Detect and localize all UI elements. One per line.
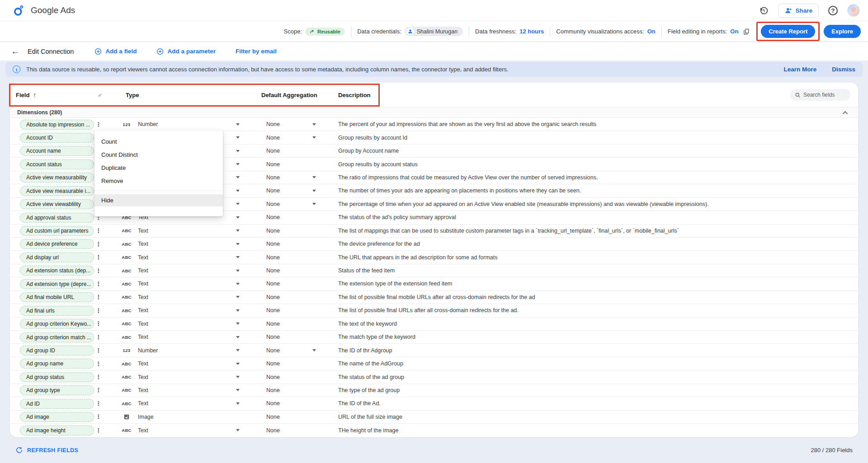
version-history-icon[interactable] [759,6,769,15]
field-pill[interactable]: Ad image height [20,426,94,435]
kebab-menu-icon[interactable]: ⋮ [96,424,101,437]
type-dropdown-caret-icon[interactable] [236,158,240,170]
context-menu-item[interactable]: Remove [94,174,223,187]
field-pill[interactable]: Ad group name [20,359,94,369]
kebab-menu-icon[interactable]: ⋮ [96,411,101,423]
kebab-menu-icon[interactable]: ⋮ [96,384,101,397]
field-pill[interactable]: Account ID [20,133,94,143]
type-column-header[interactable]: Type [126,83,139,107]
field-pill[interactable]: Ad group status [20,372,94,382]
field-pill[interactable]: Ad image [20,412,94,422]
type-dropdown-caret-icon[interactable] [236,370,240,383]
field-pill[interactable]: Ad display url [20,253,94,262]
aggregation-dropdown-caret-icon[interactable] [312,171,316,184]
avatar[interactable] [847,4,860,17]
help-icon[interactable]: ? [828,6,838,15]
aggregation-dropdown-caret-icon[interactable] [312,131,316,144]
type-dropdown-caret-icon[interactable] [236,304,240,317]
type-dropdown-caret-icon[interactable] [236,424,240,437]
freshness-value[interactable]: 12 hours [519,28,544,35]
field-pill[interactable]: Account status [20,159,94,169]
filter-by-email-button[interactable]: Filter by email [236,48,277,55]
field-pill[interactable]: Ad final urls [20,306,94,316]
description-column-header[interactable]: Description [338,83,371,107]
type-dropdown-caret-icon[interactable] [236,131,240,144]
kebab-menu-icon[interactable]: ⋮ [96,397,101,410]
kebab-menu-icon[interactable]: ⋮ [96,238,101,250]
field-column-header[interactable]: Field [16,92,29,98]
aggregation-dropdown-caret-icon[interactable] [312,198,316,210]
aggregation-dropdown-caret-icon[interactable] [312,118,316,131]
kebab-menu-icon[interactable]: ⋮ [96,304,101,317]
type-dropdown-caret-icon[interactable] [236,344,240,356]
type-dropdown-caret-icon[interactable] [236,357,240,370]
refresh-fields-button[interactable]: REFRESH FIELDS [15,446,78,454]
sort-ascending-icon[interactable]: ↑ [33,91,36,98]
type-dropdown-caret-icon[interactable] [236,145,240,157]
field-pill[interactable]: Ad group ID [20,346,94,355]
type-dropdown-caret-icon[interactable] [236,251,240,263]
type-dropdown-caret-icon[interactable] [236,224,240,237]
kebab-menu-icon[interactable]: ⋮ [96,331,101,343]
kebab-menu-icon[interactable]: ⋮ [96,291,101,304]
kebab-menu-icon[interactable]: ⋮ [96,344,101,356]
field-pill[interactable]: Ad group type [20,385,94,395]
aggregation-dropdown-caret-icon[interactable] [312,184,316,197]
field-pill[interactable]: Ad group criterion match ... [20,332,94,342]
context-menu-item[interactable]: Count Distinct [94,148,223,161]
type-dropdown-caret-icon[interactable] [236,384,240,397]
search-fields-input[interactable] [803,92,846,98]
type-dropdown-caret-icon[interactable] [236,318,240,330]
field-pill[interactable]: Ad approval status [20,213,94,223]
kebab-menu-icon[interactable]: ⋮ [96,370,101,383]
type-dropdown-caret-icon[interactable] [236,211,240,224]
create-report-button[interactable]: Create Report [761,25,815,38]
field-pill[interactable]: Ad device preference [20,239,94,249]
kebab-menu-icon[interactable]: ⋮ [96,277,101,290]
context-menu-item[interactable]: Duplicate [94,161,223,174]
type-dropdown-caret-icon[interactable] [236,118,240,131]
type-dropdown-caret-icon[interactable] [236,184,240,197]
learn-more-link[interactable]: Learn More [783,66,816,73]
copy-icon[interactable] [743,28,750,35]
kebab-menu-icon[interactable]: ⋮ [96,264,101,277]
dimensions-section-header[interactable]: Dimensions (280) [10,107,858,118]
field-pill[interactable]: Absolute top impression ... [20,120,94,130]
kebab-menu-icon[interactable]: ⋮ [96,118,101,131]
field-pill[interactable]: Account name [20,146,94,156]
kebab-menu-icon[interactable]: ⋮ [96,251,101,263]
type-dropdown-caret-icon[interactable] [236,291,240,304]
field-pill[interactable]: Active view measurability [20,173,94,182]
dismiss-link[interactable]: Dismiss [832,66,855,73]
type-dropdown-caret-icon[interactable] [236,198,240,210]
context-menu-item-hide[interactable]: Hide [94,194,223,206]
field-pill[interactable]: Active view viewablility [20,199,94,209]
column-resize-icon[interactable] [97,83,103,107]
field-pill[interactable]: Ad custom url parameters [20,226,94,236]
context-menu-item[interactable]: Count [94,135,223,148]
field-editing-value[interactable]: On [730,28,738,35]
field-pill[interactable]: Ad extension type (depre... [20,279,94,289]
type-dropdown-caret-icon[interactable] [236,397,240,410]
aggregation-column-header[interactable]: Default Aggregation [261,83,317,107]
edit-connection-label[interactable]: Edit Connection [28,48,74,55]
field-pill[interactable]: Ad final mobile URL [20,292,94,302]
field-pill[interactable]: Ad ID [20,399,94,409]
type-dropdown-caret-icon[interactable] [236,277,240,290]
add-parameter-button[interactable]: Add a parameter [156,48,216,55]
aggregation-dropdown-caret-icon[interactable] [312,344,316,356]
type-dropdown-caret-icon[interactable] [236,331,240,343]
credentials-chip[interactable]: Shalini Murugan [405,27,463,36]
kebab-menu-icon[interactable]: ⋮ [96,318,101,330]
explore-button[interactable]: Explore [824,25,861,38]
field-pill[interactable]: Ad group criterion Keywo... [20,319,94,329]
community-viz-value[interactable]: On [647,28,656,35]
type-dropdown-caret-icon[interactable] [236,171,240,184]
kebab-menu-icon[interactable]: ⋮ [96,357,101,370]
add-field-button[interactable]: Add a field [94,48,137,55]
scope-reusable-badge[interactable]: Reusable [305,28,345,36]
kebab-menu-icon[interactable]: ⋮ [96,224,101,237]
field-pill[interactable]: Active view measurable i... [20,186,94,196]
share-button[interactable]: Share [778,4,819,18]
back-arrow-icon[interactable]: ← [11,46,20,56]
